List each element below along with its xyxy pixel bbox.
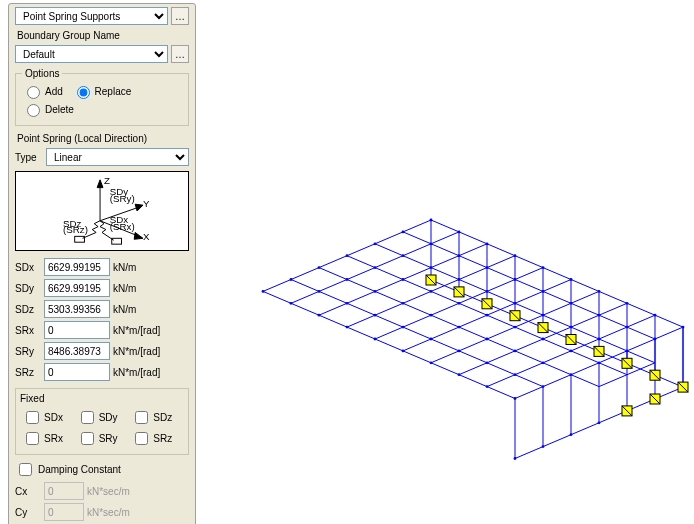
svg-text:X: X — [143, 231, 150, 242]
svg-point-142 — [542, 445, 545, 448]
srx-label: SRx — [15, 325, 41, 336]
cy-input — [44, 503, 84, 521]
svg-point-80 — [458, 278, 461, 281]
svg-text:(SRx): (SRx) — [110, 221, 135, 232]
sdz-unit: kN/m — [113, 304, 189, 315]
svg-line-55 — [571, 375, 599, 387]
svg-point-114 — [626, 326, 629, 329]
model-viewport[interactable] — [196, 0, 694, 524]
svg-point-106 — [626, 302, 629, 305]
svg-point-112 — [458, 373, 461, 376]
mode-more-button[interactable]: … — [171, 7, 189, 25]
svg-point-67 — [374, 266, 377, 269]
svg-point-84 — [346, 326, 349, 329]
svg-point-93 — [542, 290, 545, 293]
svg-point-66 — [402, 254, 405, 257]
sdz-input[interactable] — [44, 300, 110, 318]
boundary-group-select[interactable]: Default — [15, 45, 168, 63]
svg-point-121 — [654, 338, 657, 341]
svg-point-107 — [598, 314, 601, 317]
sdy-label: SDy — [15, 283, 41, 294]
svg-point-103 — [486, 338, 489, 341]
svg-point-81 — [430, 290, 433, 293]
svg-point-117 — [542, 361, 545, 364]
svg-text:Y: Y — [143, 198, 150, 209]
svg-point-71 — [486, 242, 489, 245]
svg-point-126 — [514, 397, 517, 400]
svg-point-116 — [570, 350, 573, 353]
srx-input[interactable] — [44, 321, 110, 339]
svg-point-68 — [346, 278, 349, 281]
svg-point-111 — [486, 361, 489, 364]
svg-line-31 — [319, 268, 571, 375]
fixed-srx[interactable]: SRx — [22, 429, 73, 448]
fixed-srz[interactable]: SRz — [131, 429, 182, 448]
sdx-input[interactable] — [44, 258, 110, 276]
svg-point-119 — [486, 385, 489, 388]
svg-point-123 — [598, 361, 601, 364]
fixed-group: Fixed SDx SDy SDz SRx SRy SRz — [15, 388, 189, 455]
type-select[interactable]: Linear — [46, 148, 189, 166]
svg-point-72 — [458, 254, 461, 257]
fixed-sry[interactable]: SRy — [77, 429, 128, 448]
svg-point-110 — [514, 350, 517, 353]
svg-point-57 — [430, 219, 433, 222]
svg-point-85 — [542, 266, 545, 269]
svg-line-32 — [291, 280, 543, 387]
svg-line-28 — [403, 232, 655, 339]
svg-text:Z: Z — [104, 175, 110, 186]
fixed-sdz[interactable]: SDz — [131, 408, 182, 427]
svg-point-79 — [486, 266, 489, 269]
svg-point-78 — [514, 254, 517, 257]
fixed-sdy[interactable]: SDy — [77, 408, 128, 427]
option-delete[interactable]: Delete — [22, 101, 74, 117]
svg-point-76 — [346, 302, 349, 305]
type-label: Type — [15, 152, 43, 163]
sry-label: SRy — [15, 346, 41, 357]
cx-label: Cx — [15, 486, 41, 497]
svg-point-61 — [318, 266, 321, 269]
option-replace[interactable]: Replace — [72, 83, 132, 99]
svg-point-75 — [374, 290, 377, 293]
svg-line-29 — [375, 244, 627, 351]
cx-input — [44, 482, 84, 500]
axis-diagram: Z Y X SDy (SRy) SDx (SRx) SDz (SRz) — [15, 171, 189, 251]
structure-model-icon — [196, 0, 694, 524]
sdz-label: SDz — [15, 304, 41, 315]
option-add[interactable]: Add — [22, 83, 63, 99]
svg-point-70 — [290, 302, 293, 305]
svg-point-94 — [514, 302, 517, 305]
svg-point-143 — [514, 457, 517, 460]
svg-point-104 — [458, 350, 461, 353]
svg-point-105 — [430, 361, 433, 364]
sdy-input[interactable] — [44, 279, 110, 297]
svg-point-100 — [570, 302, 573, 305]
srz-input[interactable] — [44, 363, 110, 381]
svg-point-99 — [598, 290, 601, 293]
svg-point-109 — [542, 338, 545, 341]
svg-point-113 — [654, 314, 657, 317]
svg-point-108 — [570, 326, 573, 329]
svg-marker-4 — [135, 204, 143, 211]
sdy-unit: kN/m — [113, 283, 189, 294]
fixed-legend: Fixed — [20, 393, 184, 404]
damping-toggle[interactable]: Damping Constant — [15, 460, 121, 479]
svg-point-65 — [430, 242, 433, 245]
svg-point-89 — [430, 314, 433, 317]
svg-line-30 — [347, 256, 599, 363]
sry-unit: kN*m/[rad] — [113, 346, 189, 357]
boundary-more-button[interactable]: … — [171, 45, 189, 63]
svg-point-95 — [486, 314, 489, 317]
mode-select[interactable]: Point Spring Supports — [15, 7, 168, 25]
options-fieldset: Options Add Replace Delete — [15, 68, 189, 126]
svg-text:(SRz): (SRz) — [63, 224, 88, 235]
svg-point-69 — [318, 290, 321, 293]
svg-text:(SRy): (SRy) — [110, 193, 135, 204]
svg-point-98 — [402, 350, 405, 353]
svg-point-58 — [402, 231, 405, 234]
svg-point-122 — [626, 350, 629, 353]
sry-input[interactable] — [44, 342, 110, 360]
svg-point-124 — [570, 373, 573, 376]
fixed-sdx[interactable]: SDx — [22, 408, 73, 427]
cy-unit: kN*sec/m — [87, 507, 189, 518]
